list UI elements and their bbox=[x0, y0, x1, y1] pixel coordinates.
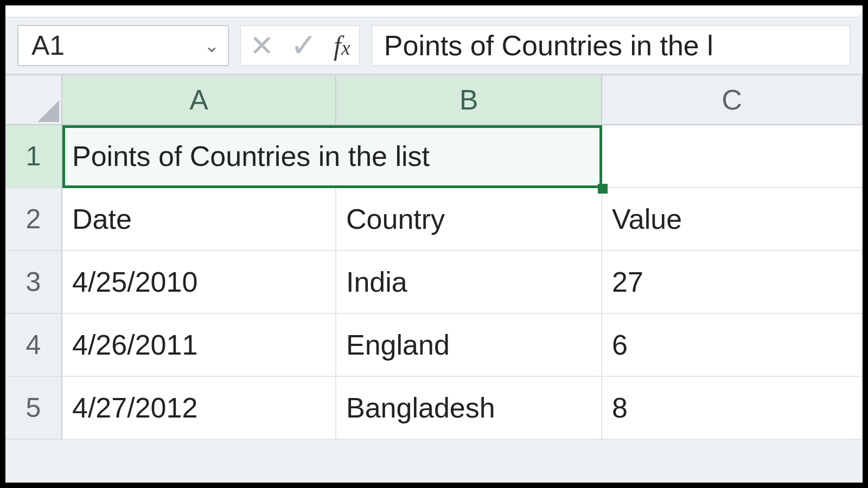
cell-C4[interactable]: 6 bbox=[602, 314, 863, 377]
cell-B5[interactable]: Bangladesh bbox=[336, 377, 602, 440]
cell-C5[interactable]: 8 bbox=[602, 377, 863, 440]
cancel-icon[interactable]: ✕ bbox=[250, 31, 274, 60]
table-row: 4 4/26/2011 England 6 bbox=[5, 314, 863, 377]
cell-B3[interactable]: India bbox=[336, 251, 602, 314]
cell-A3[interactable]: 4/25/2010 bbox=[62, 251, 336, 314]
cell-A5[interactable]: 4/27/2012 bbox=[62, 377, 336, 440]
column-header-C[interactable]: C bbox=[602, 75, 863, 124]
selection-handle[interactable] bbox=[598, 184, 608, 194]
column-header-B[interactable]: B bbox=[336, 75, 602, 124]
chevron-down-icon[interactable]: ⌄ bbox=[204, 35, 219, 56]
table-row: 1 Points of Countries in the list bbox=[5, 125, 863, 188]
formula-bar-row: A1 ⌄ ✕ ✓ fx Points of Countries in the l bbox=[5, 17, 863, 75]
column-header-A[interactable]: A bbox=[62, 75, 336, 124]
row-header-4[interactable]: 4 bbox=[5, 314, 62, 377]
spreadsheet-grid[interactable]: A B C 1 Points of Countries in the list … bbox=[5, 75, 863, 483]
name-box-value: A1 bbox=[31, 30, 65, 61]
cell-A4[interactable]: 4/26/2011 bbox=[62, 314, 336, 377]
cell-B4[interactable]: England bbox=[336, 314, 602, 377]
confirm-icon[interactable]: ✓ bbox=[290, 29, 317, 62]
cell-C1[interactable] bbox=[602, 125, 863, 188]
column-header-row: A B C bbox=[5, 75, 863, 125]
row-header-2[interactable]: 2 bbox=[5, 188, 62, 251]
table-row: 2 Date Country Value bbox=[5, 188, 863, 251]
formula-content: Points of Countries in the l bbox=[384, 29, 713, 62]
cell-C3[interactable]: 27 bbox=[602, 251, 863, 314]
app-frame: A1 ⌄ ✕ ✓ fx Points of Countries in the l… bbox=[0, 0, 868, 488]
select-all-corner[interactable] bbox=[5, 75, 62, 124]
tab-edge bbox=[5, 5, 863, 17]
cell-C2[interactable]: Value bbox=[602, 188, 863, 251]
svg-marker-0 bbox=[37, 100, 59, 122]
formula-input[interactable]: Points of Countries in the l bbox=[371, 25, 851, 66]
cell-A2[interactable]: Date bbox=[62, 188, 336, 251]
cell-B2[interactable]: Country bbox=[336, 188, 602, 251]
row-header-5[interactable]: 5 bbox=[5, 377, 62, 440]
table-row: 3 4/25/2010 India 27 bbox=[5, 251, 863, 314]
name-box[interactable]: A1 ⌄ bbox=[17, 25, 229, 66]
fx-icon[interactable]: fx bbox=[334, 30, 350, 61]
row-header-1[interactable]: 1 bbox=[5, 125, 62, 188]
cell-A1[interactable]: Points of Countries in the list bbox=[62, 125, 602, 188]
table-row: 5 4/27/2012 Bangladesh 8 bbox=[5, 377, 863, 440]
formula-controls: ✕ ✓ fx bbox=[240, 25, 360, 66]
grid-body: 1 Points of Countries in the list 2 Date… bbox=[5, 125, 863, 440]
row-header-3[interactable]: 3 bbox=[5, 251, 62, 314]
